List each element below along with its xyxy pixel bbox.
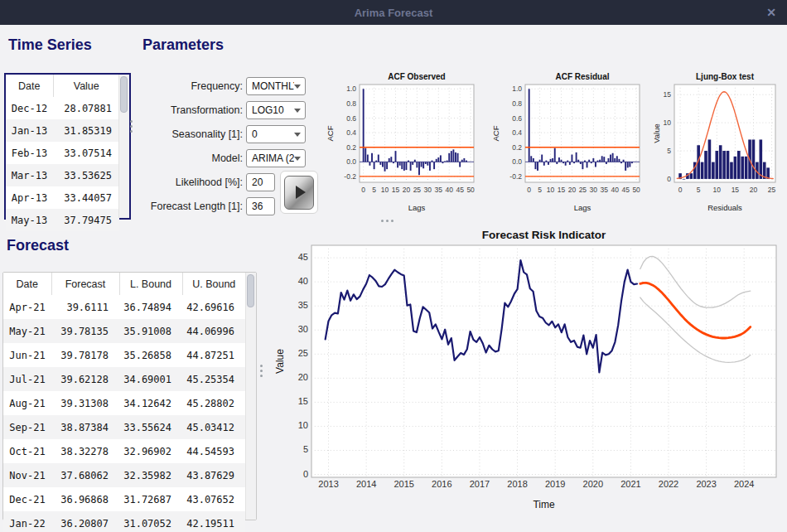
column-header-date: Date <box>3 273 51 295</box>
acf-observed-chart: 05101520253035404550-0.20.00.20.40.60.81… <box>323 73 482 215</box>
table-row[interactable]: Apr-1333.44057 <box>6 186 119 209</box>
table-row[interactable]: Dec-2136.9686831.7268743.07652 <box>3 487 245 511</box>
table-row[interactable]: May-2139.7813535.9100844.06996 <box>3 319 245 343</box>
table-cell: 33.07514 <box>53 142 119 164</box>
forecast-heading: Forecast <box>7 237 69 254</box>
close-icon: ✕ <box>766 0 776 25</box>
svg-text:20: 20 <box>750 186 758 194</box>
chevron-down-icon <box>294 133 301 137</box>
time-series-heading: Time Series <box>8 36 92 54</box>
forecast-length-input[interactable] <box>246 197 275 215</box>
svg-text:ACF: ACF <box>326 125 335 141</box>
svg-text:10: 10 <box>713 186 722 194</box>
svg-text:15: 15 <box>664 90 672 99</box>
table-row[interactable]: Apr-2139.611136.7489442.69616 <box>3 295 245 319</box>
table-cell: Jul-21 <box>3 367 51 391</box>
scrollbar[interactable] <box>245 273 256 520</box>
table-row[interactable]: Jun-2139.7817835.2685844.87251 <box>3 343 245 367</box>
svg-text:15: 15 <box>298 396 308 406</box>
table-row[interactable]: Mar-1333.53625 <box>6 164 119 186</box>
seasonality-select[interactable]: 0 <box>246 125 306 143</box>
model-select[interactable]: ARIMA (2, ... <box>246 149 306 167</box>
table-cell: 44.87251 <box>182 343 245 367</box>
table-row[interactable]: Feb-1333.07514 <box>6 142 119 164</box>
svg-text:25: 25 <box>298 348 308 358</box>
svg-text:ACF Observed: ACF Observed <box>388 73 445 81</box>
svg-text:Lags: Lags <box>574 203 591 212</box>
table-cell: Feb-13 <box>6 142 53 164</box>
run-button[interactable] <box>284 176 314 210</box>
table-cell: Aug-21 <box>3 391 51 415</box>
table-row[interactable]: Nov-2137.6806232.3598243.87629 <box>3 463 245 487</box>
table-cell: 43.07652 <box>182 487 245 511</box>
svg-text:0.4: 0.4 <box>512 128 522 137</box>
parameters-heading: Parameters <box>142 36 224 54</box>
svg-text:-0.2: -0.2 <box>344 172 356 181</box>
table-cell: 31.72687 <box>119 487 182 511</box>
app-window: Arima Forecast ✕ Time Series Parameters … <box>0 0 787 532</box>
table-cell: 38.87384 <box>51 415 119 439</box>
svg-text:0.4: 0.4 <box>346 128 356 137</box>
scrollbar-thumb[interactable] <box>247 274 254 307</box>
table-cell: 36.20807 <box>51 511 119 532</box>
svg-text:10: 10 <box>547 186 555 194</box>
scrollbar-thumb[interactable] <box>120 76 128 113</box>
svg-text:2023: 2023 <box>696 479 716 489</box>
table-cell: 39.78178 <box>51 343 119 367</box>
svg-text:2014: 2014 <box>356 479 376 489</box>
svg-text:25: 25 <box>579 186 587 194</box>
table-cell: May-21 <box>3 319 51 343</box>
table-cell: 42.69616 <box>182 295 245 319</box>
table-row[interactable]: Aug-2139.3130834.1264245.28802 <box>3 391 245 415</box>
close-button[interactable]: ✕ <box>766 0 776 25</box>
table-cell: Apr-13 <box>6 186 53 209</box>
column-header-value: Value <box>53 75 119 97</box>
table-cell: 39.62128 <box>51 367 119 391</box>
table-row[interactable]: Oct-2138.3227832.9690244.54593 <box>3 439 245 463</box>
svg-text:Ljung-Box test: Ljung-Box test <box>696 73 755 81</box>
table-row[interactable]: May-1337.79475 <box>6 209 119 231</box>
table-cell: 39.78135 <box>51 319 119 343</box>
svg-text:ACF: ACF <box>491 125 500 141</box>
table-row[interactable]: Jan-2236.2080731.0705242.19511 <box>3 511 245 532</box>
table-cell: 28.07881 <box>53 97 119 119</box>
table-cell: 42.19511 <box>182 511 245 532</box>
table-cell: 36.74894 <box>119 295 182 319</box>
svg-text:2022: 2022 <box>659 479 678 489</box>
frequency-select[interactable]: MONTHLY <box>246 77 306 95</box>
svg-text:45: 45 <box>621 186 630 194</box>
transformation-select[interactable]: LOG10 <box>246 101 306 119</box>
svg-text:2020: 2020 <box>583 479 603 489</box>
svg-text:25: 25 <box>768 186 776 194</box>
table-row[interactable]: Jul-2139.6212834.6900145.25354 <box>3 367 245 391</box>
table-row[interactable]: Jan-1331.85319 <box>6 119 119 142</box>
splitter-handle[interactable] <box>260 365 263 377</box>
forecast-table: Date Forecast L. Bound U. Bound Apr-2139… <box>2 272 257 520</box>
table-cell: 33.44057 <box>53 186 119 209</box>
svg-text:40: 40 <box>611 186 619 194</box>
splitter-handle[interactable] <box>381 220 394 222</box>
svg-text:0.0: 0.0 <box>512 157 522 166</box>
table-row[interactable]: Dec-1228.07881 <box>6 97 119 119</box>
svg-text:0.8: 0.8 <box>512 99 522 108</box>
svg-text:0: 0 <box>667 175 671 183</box>
table-cell: 45.03412 <box>182 415 245 439</box>
svg-text:0: 0 <box>303 469 308 479</box>
splitter-handle[interactable] <box>130 120 133 133</box>
svg-text:2024: 2024 <box>734 479 754 489</box>
table-cell: Dec-21 <box>3 487 51 511</box>
likelihood-input[interactable] <box>246 173 275 191</box>
chevron-down-icon <box>294 85 301 89</box>
table-cell: 39.31308 <box>51 391 119 415</box>
table-cell: Nov-21 <box>3 463 51 487</box>
scrollbar[interactable] <box>118 75 129 218</box>
svg-text:2021: 2021 <box>620 479 640 489</box>
forecast-length-label: Forecast Length [1]: <box>145 201 243 212</box>
table-row[interactable]: Sep-2138.8738433.5562445.03412 <box>3 415 245 439</box>
svg-text:20: 20 <box>403 186 411 194</box>
svg-text:0: 0 <box>361 186 365 194</box>
svg-text:Value: Value <box>653 123 661 143</box>
svg-text:5: 5 <box>667 147 671 155</box>
likelihood-label: Likelihood [%]: <box>145 177 243 188</box>
svg-text:30: 30 <box>424 186 432 194</box>
